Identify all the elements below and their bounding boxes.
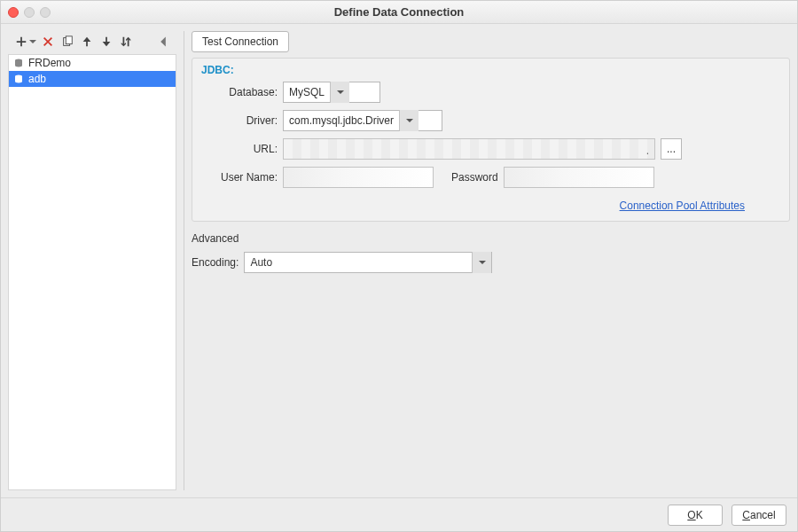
chevron-down-icon	[399, 110, 419, 131]
move-down-button[interactable]	[98, 33, 115, 51]
dialog-footer: OK Cancel	[1, 497, 797, 531]
connection-pool-link[interactable]: Connection Pool Attributes	[620, 200, 745, 212]
copy-button[interactable]	[59, 33, 76, 51]
list-item-label: adb	[28, 73, 46, 85]
dialog-window: Define Data Connection	[0, 0, 798, 532]
svg-point-7	[15, 80, 22, 82]
driver-select[interactable]: com.mysql.jdbc.Driver	[283, 110, 442, 131]
advanced-label: Advanced	[192, 232, 790, 245]
driver-label: Driver:	[201, 114, 278, 127]
jdbc-section: JDBC: Database: MySQL Driver: com.mysql.…	[192, 58, 790, 222]
left-panel: FRDemo adb	[8, 31, 176, 490]
svg-rect-1	[66, 36, 72, 44]
chevron-down-icon	[472, 252, 491, 273]
password-label: Password	[451, 171, 498, 184]
titlebar: Define Data Connection	[1, 1, 797, 24]
username-input[interactable]	[283, 167, 434, 188]
driver-select-value: com.mysql.jdbc.Driver	[289, 114, 394, 127]
username-label: User Name:	[201, 171, 278, 184]
connection-list[interactable]: FRDemo adb	[8, 54, 176, 490]
close-window-icon[interactable]	[8, 7, 19, 18]
encoding-select-value: Auto	[250, 256, 272, 269]
database-icon	[14, 74, 23, 83]
database-select-value: MySQL	[289, 86, 325, 98]
zoom-window-icon	[40, 7, 51, 18]
sort-button[interactable]	[117, 33, 135, 51]
dialog-body: FRDemo adb Test Connection JDBC: D	[1, 24, 797, 497]
add-dropdown-icon[interactable]	[28, 33, 37, 51]
test-connection-button[interactable]: Test Connection	[192, 31, 289, 52]
delete-button[interactable]	[39, 33, 57, 51]
minimize-window-icon	[24, 7, 35, 18]
url-more-button[interactable]: ...	[661, 138, 682, 160]
window-title: Define Data Connection	[51, 5, 747, 19]
chevron-down-icon	[330, 82, 349, 103]
connection-toolbar	[8, 31, 176, 52]
jdbc-section-title: JDBC:	[201, 64, 780, 76]
list-item[interactable]: adb	[9, 71, 176, 87]
right-panel: Test Connection JDBC: Database: MySQL Dr…	[192, 31, 790, 490]
database-icon	[14, 59, 23, 67]
splitter[interactable]	[184, 31, 184, 490]
database-select[interactable]: MySQL	[283, 82, 380, 103]
password-input[interactable]	[504, 167, 654, 188]
window-controls	[8, 7, 51, 18]
url-label: URL:	[201, 143, 278, 155]
add-button[interactable]	[12, 33, 30, 51]
database-label: Database:	[201, 86, 278, 98]
panel-menu-icon[interactable]	[154, 33, 172, 51]
url-input[interactable]: .	[283, 138, 655, 160]
encoding-select[interactable]: Auto	[244, 252, 492, 273]
move-up-button[interactable]	[78, 33, 96, 51]
encoding-label: Encoding:	[192, 256, 239, 269]
list-item[interactable]: FRDemo	[9, 55, 176, 71]
ok-button[interactable]: OK	[668, 505, 723, 526]
cancel-button[interactable]: Cancel	[732, 505, 786, 526]
svg-point-4	[15, 64, 22, 66]
list-item-label: FRDemo	[28, 57, 71, 69]
